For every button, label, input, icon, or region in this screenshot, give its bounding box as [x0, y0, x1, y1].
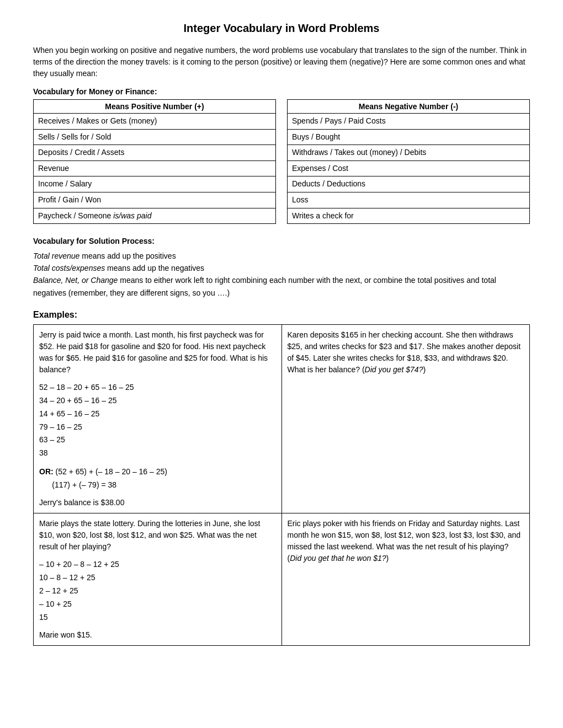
positive-header: Means Positive Number (+) — [34, 100, 276, 114]
math-line: 14 + 65 – 16 – 25 — [39, 408, 276, 421]
example-problem: Karen deposits $165 in her checking acco… — [288, 329, 524, 376]
table-row: Buys / Bought — [288, 129, 530, 145]
math-line: 52 – 18 – 20 + 65 – 16 – 25 — [39, 381, 276, 394]
table-row: Profit / Gain / Won — [34, 192, 276, 208]
math-line: 34 – 20 + 65 – 16 – 25 — [39, 394, 276, 408]
table-row: Spends / Pays / Paid Costs — [288, 114, 530, 130]
math-line: – 10 + 20 – 8 – 12 + 25 — [39, 558, 276, 571]
table-row: Paycheck / Someone is/was paid — [34, 208, 276, 224]
vocab-money-heading: Vocabulary for Money or Finance: — [33, 87, 530, 96]
table-row: Income / Salary — [34, 176, 276, 192]
page-title: Integer Vocabulary in Word Problems — [33, 22, 530, 35]
table-row: Receives / Makes or Gets (money) — [34, 114, 276, 130]
table-row: Revenue — [34, 160, 276, 176]
examples-table: Jerry is paid twice a month. Last month,… — [33, 324, 530, 646]
math-work: – 10 + 20 – 8 – 12 + 25 10 – 8 – 12 + 25… — [39, 558, 276, 624]
table-row: Loss — [288, 192, 530, 208]
table-row: Withdraws / Takes out (money) / Debits — [288, 145, 530, 161]
example-row: Jerry is paid twice a month. Last month,… — [34, 325, 530, 513]
table-row: Deducts / Deductions — [288, 176, 530, 192]
example-problem: Eric plays poker with his friends on Fri… — [288, 518, 524, 564]
solution-section: Vocabulary for Solution Process: Total r… — [33, 235, 530, 299]
math-line: 10 – 8 – 12 + 25 — [39, 571, 276, 585]
negative-vocab-table: Means Negative Number (-) Spends / Pays … — [287, 99, 530, 224]
negative-header: Means Negative Number (-) — [288, 100, 530, 114]
table-row: Sells / Sells for / Sold — [34, 129, 276, 145]
table-row: Expenses / Cost — [288, 160, 530, 176]
solution-line: Total revenue means add up the positives — [33, 250, 530, 262]
example-left-cell: Jerry is paid twice a month. Last month,… — [34, 325, 282, 513]
balance-result: Marie won $15. — [39, 629, 276, 641]
math-line: – 10 + 25 — [39, 598, 276, 611]
math-line: 63 – 25 — [39, 433, 276, 447]
positive-vocab-table: Means Positive Number (+) Receives / Mak… — [33, 99, 276, 224]
example-problem: Marie plays the state lottery. During th… — [39, 518, 276, 553]
example-right-cell: Karen deposits $165 in her checking acco… — [282, 325, 530, 513]
math-line: 15 — [39, 611, 276, 624]
math-line: 2 – 12 + 25 — [39, 585, 276, 598]
examples-heading: Examples: — [33, 310, 530, 320]
or-method: OR: (52 + 65) + (– 18 – 20 – 16 – 25) (1… — [39, 465, 276, 492]
example-right-cell: Eric plays poker with his friends on Fri… — [282, 513, 530, 646]
intro-paragraph: When you begin working on positive and n… — [33, 45, 530, 79]
solution-heading: Vocabulary for Solution Process: — [33, 235, 530, 247]
example-row: Marie plays the state lottery. During th… — [34, 513, 530, 646]
example-problem: Jerry is paid twice a month. Last month,… — [39, 329, 276, 376]
math-line: 79 – 16 – 25 — [39, 421, 276, 434]
math-work: 52 – 18 – 20 + 65 – 16 – 25 34 – 20 + 65… — [39, 381, 276, 460]
table-row: Writes a check for — [288, 208, 530, 224]
example-left-cell: Marie plays the state lottery. During th… — [34, 513, 282, 646]
math-line: 38 — [39, 447, 276, 460]
solution-line: Total costs/expenses means add up the ne… — [33, 262, 530, 274]
solution-line: Balance, Net, or Change means to either … — [33, 274, 530, 299]
table-row: Deposits / Credit / Assets — [34, 145, 276, 161]
balance-result: Jerry's balance is $38.00 — [39, 497, 276, 508]
vocab-tables: Means Positive Number (+) Receives / Mak… — [33, 99, 530, 224]
